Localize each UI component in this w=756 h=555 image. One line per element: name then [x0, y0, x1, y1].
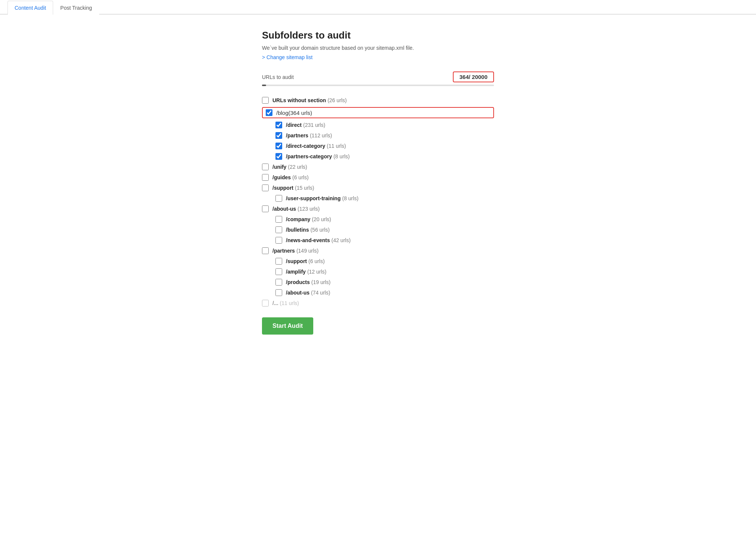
- list-item: /company (20 urls): [275, 214, 494, 225]
- list-item: /products (19 urls): [275, 277, 494, 287]
- item-label: /partners-category: [286, 153, 332, 159]
- item-count: (11 urls): [327, 143, 346, 149]
- item-label: URLs without section: [272, 97, 326, 103]
- item-label: /about-us: [272, 206, 296, 212]
- urls-label: URLs to audit: [262, 74, 294, 80]
- item-label: /about-us: [286, 290, 310, 296]
- blog-children: /direct (231 urls) /partners (112 urls) …: [262, 120, 494, 162]
- urls-count-badge: 364/ 20000: [453, 71, 494, 82]
- item-count: (12 urls): [307, 269, 326, 275]
- progress-bar-fill: [262, 85, 266, 86]
- item-label: /amplify: [286, 269, 306, 275]
- partners-children: /support (6 urls) /amplify (12 urls) /pr…: [262, 256, 494, 298]
- item-count: (19 urls): [311, 279, 330, 285]
- checkbox-direct-category[interactable]: [275, 143, 282, 149]
- checkbox-user-support-training[interactable]: [275, 195, 282, 202]
- item-count: (11 urls): [280, 300, 299, 306]
- checkbox-products[interactable]: [275, 279, 282, 286]
- item-label: /unify: [272, 164, 286, 170]
- change-sitemap-link[interactable]: > Change sitemap list: [262, 54, 313, 60]
- item-label: /company: [286, 216, 310, 222]
- item-label: /direct: [286, 122, 302, 128]
- checkbox-direct[interactable]: [275, 122, 282, 128]
- checkbox-about-us[interactable]: [262, 205, 269, 212]
- list-item-support: /support (15 urls) /user-support-trainin…: [262, 183, 494, 204]
- item-label: /blog: [276, 110, 289, 116]
- item-label: /partners: [286, 132, 308, 138]
- item-label: /support: [286, 258, 307, 264]
- list-item: /news-and-events (42 urls): [275, 235, 494, 246]
- list-item: /user-support-training (8 urls): [275, 193, 494, 204]
- page-subtitle: We`ve built your domain structure based …: [262, 45, 494, 51]
- checkbox-guides[interactable]: [262, 174, 269, 181]
- list-item: /guides (6 urls): [262, 172, 494, 183]
- list-item: /bulletins (56 urls): [275, 225, 494, 235]
- item-label: /support: [272, 185, 293, 191]
- item-count: (56 urls): [310, 227, 329, 233]
- item-count: (20 urls): [312, 216, 331, 222]
- support-children: /user-support-training (8 urls): [262, 193, 494, 204]
- start-audit-button[interactable]: Start Audit: [262, 317, 313, 335]
- checkbox-partners-support[interactable]: [275, 258, 282, 265]
- item-label: /products: [286, 279, 310, 285]
- tabs-bar: Content Audit Post Tracking: [0, 0, 756, 15]
- checkbox-partners-main[interactable]: [262, 247, 269, 254]
- list-scroll[interactable]: URLs without section (26 urls) /blog (36…: [262, 95, 494, 308]
- about-us-children: /company (20 urls) /bulletins (56 urls) …: [262, 214, 494, 246]
- checkbox-urls-without-section[interactable]: [262, 97, 269, 104]
- item-label: /bulletins: [286, 227, 309, 233]
- checkbox-news-and-events[interactable]: [275, 237, 282, 244]
- item-label: /partners: [272, 248, 295, 254]
- list-item: URLs without section (26 urls): [262, 95, 494, 106]
- main-content: Subfolders to audit We`ve built your dom…: [247, 30, 509, 335]
- checkbox-bulletins[interactable]: [275, 226, 282, 233]
- item-count: (74 urls): [311, 290, 330, 296]
- list-item: /unify (22 urls): [262, 162, 494, 172]
- list-item: /about-us (74 urls): [275, 287, 494, 298]
- list-item: /direct-category (11 urls): [275, 141, 494, 151]
- item-count: (26 urls): [327, 97, 347, 103]
- item-count: (123 urls): [298, 206, 320, 212]
- item-count: (42 urls): [331, 237, 350, 243]
- tab-content-audit[interactable]: Content Audit: [7, 1, 53, 15]
- item-count: (364 urls): [289, 110, 312, 116]
- checkbox-partial[interactable]: [262, 300, 269, 307]
- item-label: /...: [272, 300, 278, 306]
- item-count: (15 urls): [295, 185, 314, 191]
- list-item-blog: /blog (364 urls) /direct (231 urls) /par…: [262, 107, 494, 162]
- item-label: /news-and-events: [286, 237, 330, 243]
- blog-row-wrapper: /blog (364 urls): [262, 107, 494, 118]
- item-count: (112 urls): [310, 132, 332, 138]
- list-item-partial: /... (11 urls): [262, 298, 494, 308]
- checkbox-unify[interactable]: [262, 164, 269, 170]
- checkbox-partners-about-us[interactable]: [275, 289, 282, 296]
- item-count: (8 urls): [342, 195, 359, 201]
- item-label: /user-support-training: [286, 195, 341, 201]
- list-item: /direct (231 urls): [275, 120, 494, 130]
- checkbox-support[interactable]: [262, 185, 269, 191]
- checkbox-partners[interactable]: [275, 132, 282, 139]
- checkbox-blog[interactable]: [266, 109, 272, 116]
- checkbox-list: URLs without section (26 urls) /blog (36…: [262, 95, 494, 308]
- item-count: (22 urls): [288, 164, 307, 170]
- checkbox-partners-category[interactable]: [275, 153, 282, 160]
- list-item: /partners-category (8 urls): [275, 151, 494, 162]
- list-item-partners-main: /partners (149 urls) /support (6 urls) /…: [262, 246, 494, 298]
- item-count: (6 urls): [292, 174, 309, 180]
- progress-bar-container: [262, 85, 494, 86]
- item-count: (149 urls): [296, 248, 318, 254]
- checkbox-company[interactable]: [275, 216, 282, 223]
- item-label: /guides: [272, 174, 291, 180]
- page-title: Subfolders to audit: [262, 30, 494, 41]
- list-item: /partners (112 urls): [275, 130, 494, 141]
- item-count: (6 urls): [308, 258, 325, 264]
- item-label: /direct-category: [286, 143, 325, 149]
- item-count: (231 urls): [303, 122, 325, 128]
- tab-post-tracking[interactable]: Post Tracking: [53, 1, 99, 15]
- list-item-about-us: /about-us (123 urls) /company (20 urls) …: [262, 204, 494, 246]
- item-count: (8 urls): [333, 153, 350, 159]
- checkbox-amplify[interactable]: [275, 268, 282, 275]
- list-item: /support (6 urls): [275, 256, 494, 266]
- urls-counter-row: URLs to audit 364/ 20000: [262, 71, 494, 82]
- list-item: /amplify (12 urls): [275, 266, 494, 277]
